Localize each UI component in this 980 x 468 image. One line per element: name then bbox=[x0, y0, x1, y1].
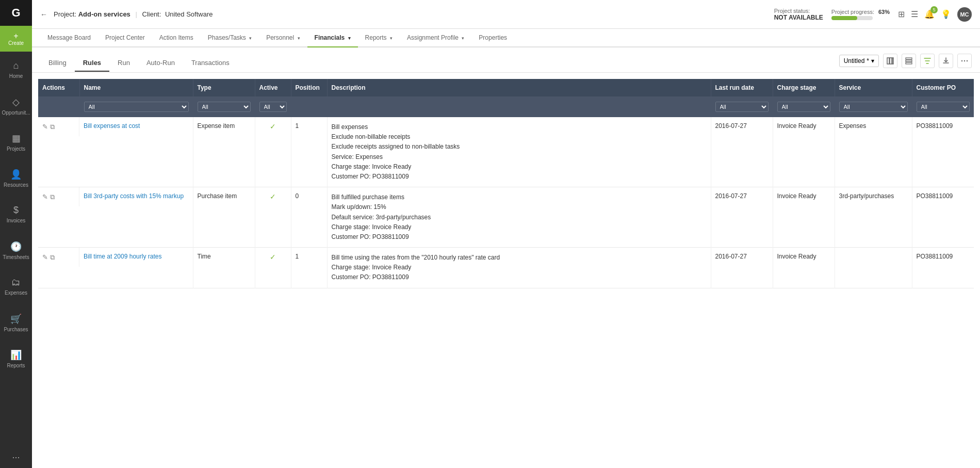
tab-financials[interactable]: Financials ▾ bbox=[307, 29, 358, 47]
copy-icon[interactable]: ⧉ bbox=[50, 193, 55, 201]
topbar-icons: ⊞ ☰ 🔔 5 💡 MC bbox=[898, 7, 972, 22]
th-filter-last-run-date: All bbox=[711, 96, 773, 117]
filter-name-select[interactable]: All bbox=[84, 102, 189, 112]
td-position: 1 bbox=[291, 248, 327, 288]
view-dropdown-arrow: ▾ bbox=[871, 57, 874, 64]
client-label: Client: bbox=[142, 10, 161, 18]
th-type: Type bbox=[193, 79, 255, 96]
content-area: Billing Rules Run Auto-Run Transactions … bbox=[32, 47, 980, 468]
project-progress-value: 63% bbox=[878, 9, 890, 15]
tab-personnel[interactable]: Personnel ▾ bbox=[259, 29, 307, 47]
td-actions: ✎ ⧉ bbox=[38, 117, 79, 136]
tab-message-board[interactable]: Message Board bbox=[40, 29, 98, 47]
filter-icon-btn[interactable] bbox=[920, 54, 935, 68]
view-dropdown[interactable]: Untitled * ▾ bbox=[839, 55, 879, 67]
sub-tab-billing[interactable]: Billing bbox=[40, 55, 75, 72]
view-dropdown-label: Untitled bbox=[844, 57, 865, 64]
td-actions: ✎ ⧉ bbox=[38, 248, 79, 267]
progress-bar bbox=[831, 16, 873, 20]
rules-table: Actions Name Type Active Position Descri… bbox=[38, 79, 974, 288]
purchases-icon: 🛒 bbox=[10, 313, 22, 325]
tab-properties[interactable]: Properties bbox=[471, 29, 514, 47]
projects-icon: ▦ bbox=[12, 133, 21, 144]
main-content: ← Project: Add-on services | Client: Uni… bbox=[32, 0, 980, 468]
td-charge-stage: Invoice Ready bbox=[773, 117, 835, 187]
download-icon-btn[interactable] bbox=[939, 54, 953, 68]
rows-icon-btn[interactable] bbox=[902, 54, 916, 68]
th-actions: Actions bbox=[38, 79, 79, 96]
tab-assignment-profile[interactable]: Assignment Profile ▾ bbox=[400, 29, 471, 47]
filter-customer-po-select[interactable]: All bbox=[917, 102, 970, 112]
filter-active-select[interactable]: All bbox=[259, 102, 287, 112]
sidebar-item-projects[interactable]: ▦ Projects bbox=[0, 124, 32, 160]
back-button[interactable]: ← bbox=[40, 10, 47, 19]
description-line: Charge stage: Invoice Ready bbox=[332, 162, 707, 172]
tab-project-center[interactable]: Project Center bbox=[98, 29, 152, 47]
active-checkmark: ✓ bbox=[270, 253, 276, 261]
filter-last-run-date-select[interactable]: All bbox=[715, 102, 769, 112]
sub-tab-rules[interactable]: Rules bbox=[75, 55, 109, 72]
topbar-right: Project status: NOT AVAILABLE Project pr… bbox=[774, 7, 972, 22]
filter-charge-stage-select[interactable]: All bbox=[777, 102, 830, 112]
columns-icon-btn[interactable] bbox=[883, 54, 897, 68]
sidebar-item-invoices[interactable]: $ Invoices bbox=[0, 196, 32, 232]
sidebar-item-resources[interactable]: 👤 Resources bbox=[0, 160, 32, 196]
td-last-run-date: 2016-07-27 bbox=[711, 117, 773, 187]
td-description: Bill expensesExclude non-billable receip… bbox=[327, 117, 711, 187]
nav-tabs: Message Board Project Center Action Item… bbox=[32, 29, 980, 47]
description-line: Mark up/down: 15% bbox=[332, 202, 707, 212]
filter-type-select[interactable]: All bbox=[198, 102, 251, 112]
project-status: Project status: NOT AVAILABLE bbox=[774, 8, 823, 21]
svg-rect-2 bbox=[892, 58, 893, 64]
rule-name-link[interactable]: Bill 3rd-party costs with 15% markup bbox=[84, 192, 184, 200]
list-view-icon[interactable]: ☰ bbox=[911, 9, 918, 19]
opportunities-icon: ◇ bbox=[12, 96, 20, 108]
phases-tasks-arrow: ▾ bbox=[249, 36, 252, 41]
sub-tab-transactions[interactable]: Transactions bbox=[183, 55, 238, 72]
edit-icon[interactable]: ✎ bbox=[42, 193, 48, 201]
bulb-icon[interactable]: 💡 bbox=[941, 9, 951, 19]
copy-icon[interactable]: ⧉ bbox=[50, 253, 55, 262]
filter-icon bbox=[924, 57, 931, 64]
avatar[interactable]: MC bbox=[957, 7, 972, 22]
sub-tab-run[interactable]: Run bbox=[109, 55, 138, 72]
notification-icon[interactable]: 🔔 5 bbox=[924, 9, 935, 19]
sidebar-item-timesheets[interactable]: 🕐 Timesheets bbox=[0, 232, 32, 268]
sidebar-item-purchases[interactable]: 🛒 Purchases bbox=[0, 304, 32, 341]
sidebar-create-button[interactable]: + Create bbox=[0, 26, 32, 52]
sidebar-item-reports[interactable]: 📊 Reports bbox=[0, 341, 32, 377]
rule-name-link[interactable]: Bill time at 2009 hourly rates bbox=[84, 253, 161, 260]
tab-phases-tasks[interactable]: Phases/Tasks ▾ bbox=[201, 29, 259, 47]
description-line: Customer PO: PO38811009 bbox=[332, 272, 707, 282]
grid-view-icon[interactable]: ⊞ bbox=[898, 9, 905, 19]
sidebar-item-home[interactable]: ⌂ Home bbox=[0, 52, 32, 88]
description-line: Customer PO: PO38811009 bbox=[332, 172, 707, 182]
sidebar-item-opportunities[interactable]: ◇ Opportunit... bbox=[0, 88, 32, 124]
th-filter-name: All bbox=[79, 96, 193, 117]
topbar: ← Project: Add-on services | Client: Uni… bbox=[32, 0, 980, 29]
resources-icon: 👤 bbox=[10, 169, 22, 180]
description-line: Service: Expenses bbox=[332, 152, 707, 162]
copy-icon[interactable]: ⧉ bbox=[50, 123, 55, 131]
project-status-value: NOT AVAILABLE bbox=[774, 14, 823, 21]
sub-tab-auto-run[interactable]: Auto-Run bbox=[138, 55, 183, 72]
svg-rect-5 bbox=[906, 62, 912, 64]
svg-point-6 bbox=[961, 60, 962, 61]
edit-icon[interactable]: ✎ bbox=[42, 253, 48, 261]
filter-service-select[interactable]: All bbox=[839, 102, 908, 112]
sidebar-item-expenses[interactable]: 🗂 Expenses bbox=[0, 268, 32, 304]
assignment-profile-arrow: ▾ bbox=[462, 36, 464, 41]
rule-name-link[interactable]: Bill expenses at cost bbox=[84, 122, 140, 130]
more-options-icon-btn[interactable] bbox=[957, 54, 972, 68]
sidebar-item-label: Invoices bbox=[7, 218, 26, 223]
edit-icon[interactable]: ✎ bbox=[42, 123, 48, 131]
sidebar-more-button[interactable]: ... bbox=[0, 442, 32, 468]
sidebar-item-label: Projects bbox=[7, 146, 25, 152]
tab-reports[interactable]: Reports ▾ bbox=[358, 29, 400, 47]
active-checkmark: ✓ bbox=[270, 122, 276, 131]
sidebar-logo[interactable]: G bbox=[0, 0, 32, 26]
td-charge-stage: Invoice Ready bbox=[773, 187, 835, 248]
tab-action-items[interactable]: Action Items bbox=[152, 29, 201, 47]
active-checkmark: ✓ bbox=[270, 192, 276, 201]
description-line: Exclude receipts assigned to non-billabl… bbox=[332, 142, 707, 152]
